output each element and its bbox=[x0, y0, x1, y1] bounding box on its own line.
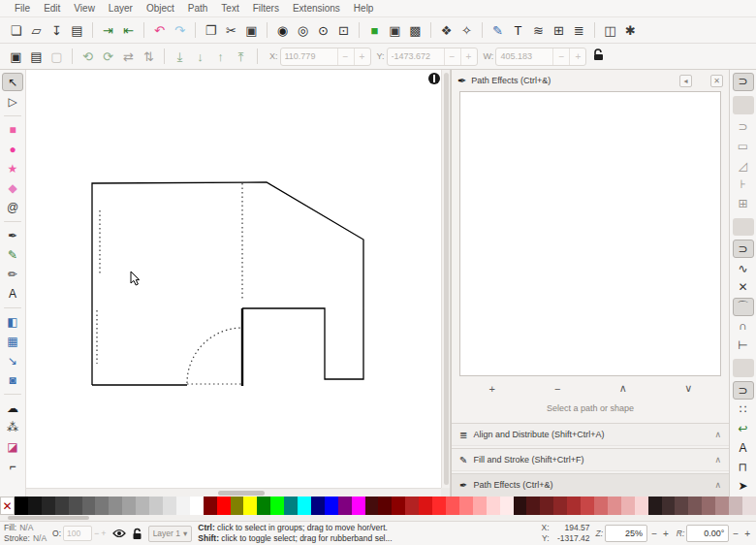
palette-swatch[interactable] bbox=[149, 497, 163, 515]
snap-line-midpoints[interactable]: ∩ bbox=[733, 317, 754, 336]
snap-node-handles[interactable]: ⊢ bbox=[733, 337, 754, 355]
path-effects-list[interactable] bbox=[459, 91, 721, 376]
palette-swatch[interactable] bbox=[243, 497, 257, 515]
palette-swatch[interactable] bbox=[365, 497, 379, 515]
palette-swatch[interactable] bbox=[298, 497, 311, 515]
palette-swatch[interactable] bbox=[352, 497, 365, 515]
palette-swatch[interactable] bbox=[473, 497, 487, 515]
palette-swatch[interactable] bbox=[662, 497, 676, 515]
tool-mesh-gradient[interactable]: ▦ bbox=[2, 332, 23, 350]
open-folder-icon[interactable]: ▱ bbox=[26, 20, 47, 41]
coordinate-input[interactable] bbox=[496, 51, 552, 61]
rotation-minus-button[interactable]: − bbox=[731, 529, 740, 539]
rotate-cw-icon[interactable]: ⟳ bbox=[98, 47, 118, 67]
lpe-move-up-button[interactable]: ∧ bbox=[590, 382, 656, 395]
palette-swatch[interactable] bbox=[231, 497, 244, 515]
coordinate-spinbox[interactable]: − + bbox=[495, 48, 586, 66]
toolbar-separator[interactable] bbox=[594, 22, 595, 38]
coordinate-input[interactable] bbox=[388, 51, 444, 61]
print-icon[interactable]: ▤ bbox=[67, 20, 87, 41]
rotation-plus-button[interactable]: + bbox=[742, 529, 752, 539]
lpe-move-down-button[interactable]: ∨ bbox=[656, 382, 722, 395]
toolbox-separator[interactable] bbox=[4, 394, 21, 395]
tool-control-separator[interactable] bbox=[164, 48, 165, 64]
layers-dialog-icon[interactable]: ≋ bbox=[528, 20, 549, 41]
tool-ellipse[interactable]: ● bbox=[2, 140, 23, 158]
select-same-icon[interactable]: ✧ bbox=[457, 20, 477, 41]
select-all-icon[interactable]: ▣ bbox=[6, 47, 26, 67]
palette-swatch[interactable] bbox=[419, 497, 432, 515]
coordinate-spinbox[interactable]: − + bbox=[387, 48, 478, 66]
palette-swatch[interactable] bbox=[446, 497, 459, 515]
layer-visibility-eye-icon[interactable] bbox=[112, 529, 126, 538]
palette-swatch[interactable] bbox=[675, 497, 688, 515]
tool-pen[interactable]: ✒ bbox=[2, 226, 23, 244]
toolbar-separator[interactable] bbox=[430, 22, 431, 38]
duplicate-icon[interactable]: ■ bbox=[364, 20, 385, 41]
save-icon[interactable]: ↧ bbox=[47, 20, 67, 41]
new-document-icon[interactable]: ❏ bbox=[6, 20, 26, 41]
palette-swatch[interactable] bbox=[487, 497, 500, 515]
rotation-value[interactable]: 0.00° bbox=[686, 525, 729, 542]
tool-dropper[interactable]: ↘ bbox=[2, 351, 23, 369]
snapbar-separator[interactable] bbox=[733, 96, 754, 114]
opacity-control[interactable]: O: 100 − + bbox=[52, 526, 107, 541]
redo-icon[interactable]: ↷ bbox=[170, 20, 190, 41]
create-clone-icon[interactable]: ▣ bbox=[385, 20, 405, 41]
spin-plus-button[interactable]: + bbox=[354, 48, 370, 65]
palette-swatch[interactable] bbox=[581, 497, 594, 515]
palette-swatch[interactable] bbox=[163, 497, 176, 515]
tool-tweak[interactable]: ☁ bbox=[2, 399, 23, 417]
raise-step-icon[interactable]: ↑ bbox=[210, 47, 231, 67]
toolbar-separator[interactable] bbox=[482, 22, 483, 38]
palette-swatch[interactable] bbox=[190, 497, 204, 515]
tool-gradient[interactable]: ◧ bbox=[2, 312, 23, 331]
palette-swatch[interactable] bbox=[109, 497, 122, 515]
palette-swatch[interactable] bbox=[217, 497, 231, 515]
fill-stroke-indicator[interactable]: Fill:N/A Stroke:N/A bbox=[4, 523, 47, 544]
palette-swatch[interactable] bbox=[95, 497, 109, 515]
menu-item[interactable]: View bbox=[67, 1, 102, 16]
menu-item[interactable]: Path bbox=[181, 1, 215, 16]
palette-swatch[interactable] bbox=[204, 497, 217, 515]
palette-swatch[interactable] bbox=[15, 497, 28, 515]
palette-swatch[interactable] bbox=[459, 497, 473, 515]
snap-nodes[interactable]: ⊃ bbox=[733, 240, 754, 258]
spin-plus-button[interactable]: + bbox=[460, 48, 477, 65]
menu-item[interactable]: File bbox=[8, 1, 37, 16]
snap-others[interactable]: ⊃ bbox=[733, 381, 754, 400]
select-all-layers-icon[interactable]: ▤ bbox=[26, 47, 47, 67]
panel-path-effects[interactable]: ✒ Path Effects (Ctrl+&) ∧ bbox=[452, 473, 729, 497]
snap-page-border[interactable]: ⊓ bbox=[733, 458, 754, 476]
palette-swatch[interactable] bbox=[82, 497, 96, 515]
palette-swatch[interactable] bbox=[526, 497, 540, 515]
tool-calligraphy[interactable]: ✏ bbox=[2, 265, 23, 283]
snap-bbox[interactable]: ⊃ bbox=[733, 118, 754, 137]
tool-star[interactable]: ★ bbox=[2, 159, 23, 177]
raise-to-top-icon[interactable]: ⤒ bbox=[231, 47, 251, 67]
chevron-up-icon[interactable]: ∧ bbox=[714, 480, 721, 490]
opacity-plus-button[interactable]: + bbox=[101, 529, 106, 538]
menu-item[interactable]: Text bbox=[214, 1, 245, 16]
toolbar-separator[interactable] bbox=[359, 22, 360, 38]
snap-bbox-centers[interactable]: ⊞ bbox=[733, 195, 754, 213]
palette-swatch[interactable] bbox=[742, 497, 756, 515]
select-original-icon[interactable]: ❖ bbox=[436, 20, 457, 41]
palette-swatch[interactable] bbox=[540, 497, 553, 515]
lock-ratio-icon[interactable] bbox=[593, 48, 604, 64]
palette-swatch[interactable] bbox=[28, 497, 42, 515]
palette-swatch[interactable] bbox=[621, 497, 635, 515]
palette-swatch[interactable] bbox=[688, 497, 702, 515]
toolbox-separator[interactable] bbox=[4, 115, 21, 116]
color-managed-view-icon[interactable] bbox=[428, 73, 440, 84]
snap-bbox-edges[interactable]: ▭ bbox=[733, 137, 754, 155]
tool-text[interactable]: A bbox=[2, 284, 23, 303]
palette-swatch[interactable] bbox=[635, 497, 648, 515]
horizontal-scrollbar-thumb[interactable] bbox=[218, 491, 265, 496]
palette-swatch[interactable] bbox=[715, 497, 729, 515]
layer-lock-icon[interactable] bbox=[132, 528, 142, 540]
palette-swatch[interactable] bbox=[257, 497, 270, 515]
zoom-minus-button[interactable]: − bbox=[649, 529, 659, 539]
toolbar-separator[interactable] bbox=[143, 22, 144, 38]
panel-minimize-icon[interactable]: ◂ bbox=[679, 75, 692, 87]
